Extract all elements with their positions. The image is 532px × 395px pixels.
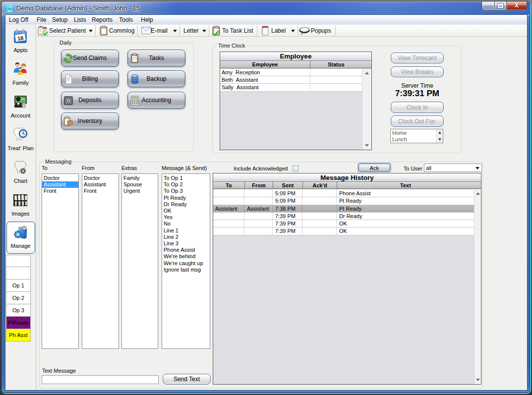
svg-text:18: 18 [17, 35, 24, 42]
